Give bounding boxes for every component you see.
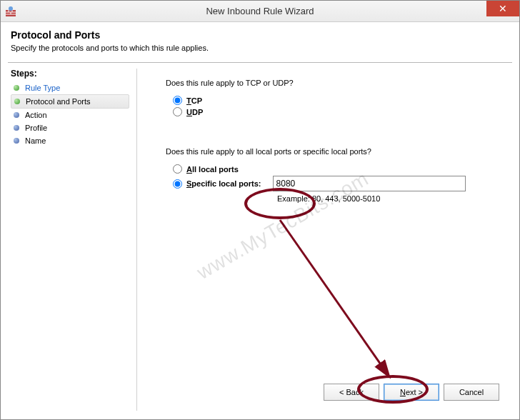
svg-line-7 xyxy=(280,220,387,374)
wizard-header: Protocol and Ports Specify the protocols… xyxy=(1,22,519,58)
cancel-button[interactable]: Cancel xyxy=(444,384,499,401)
radio-specific-ports[interactable] xyxy=(173,179,182,189)
port-input[interactable] xyxy=(273,176,466,191)
radio-row-udp: UDP xyxy=(173,107,498,116)
sidebar-item-label: Profile xyxy=(25,124,47,132)
next-button[interactable]: Next > xyxy=(384,384,439,401)
sidebar-item-label: Protocol and Ports xyxy=(26,97,91,106)
steps-label: Steps: xyxy=(11,69,129,79)
radio-row-tcp: TCP xyxy=(173,96,498,105)
radio-tcp-label[interactable]: TCP xyxy=(186,96,202,105)
close-button[interactable]: ✕ xyxy=(486,1,519,16)
button-bar: < Back Next > Cancel xyxy=(324,384,499,401)
window-title: New Inbound Rule Wizard xyxy=(1,6,519,16)
sidebar-item-label: Action xyxy=(25,111,47,119)
protocol-question: Does this rule apply to TCP or UDP? xyxy=(166,79,498,87)
back-button[interactable]: < Back xyxy=(324,384,379,401)
sidebar-item-action[interactable]: Action xyxy=(11,109,129,121)
annotation-arrow xyxy=(273,213,416,384)
radio-udp[interactable] xyxy=(173,107,182,116)
radio-udp-label[interactable]: UDP xyxy=(186,108,203,116)
sidebar-item-protocol-ports[interactable]: Protocol and Ports xyxy=(11,94,129,109)
step-bullet-icon xyxy=(14,99,20,104)
radio-tcp[interactable] xyxy=(173,96,182,105)
close-icon: ✕ xyxy=(499,4,507,14)
step-bullet-icon xyxy=(14,125,19,131)
sidebar-item-name[interactable]: Name xyxy=(11,134,129,147)
sidebar-item-label: Rule Type xyxy=(25,84,60,92)
sidebar-item-label: Name xyxy=(25,136,46,145)
step-bullet-icon xyxy=(14,112,19,118)
port-example-text: Example: 80, 443, 5000-5010 xyxy=(277,194,498,203)
sidebar-item-rule-type[interactable]: Rule Type xyxy=(11,81,129,94)
title-bar: New Inbound Rule Wizard ✕ xyxy=(1,1,519,22)
step-bullet-icon xyxy=(14,138,19,144)
step-bullet-icon xyxy=(14,85,19,91)
sidebar-item-profile[interactable]: Profile xyxy=(11,121,129,134)
radio-all-ports-label[interactable]: All local ports xyxy=(186,165,239,174)
wizard-content: Does this rule apply to TCP or UDP? TCP … xyxy=(137,63,519,416)
annotation-ellipse-port xyxy=(244,188,316,219)
radio-row-all-ports: All local ports xyxy=(173,164,498,174)
steps-sidebar: Steps: Rule Type Protocol and Ports Acti… xyxy=(1,63,136,416)
page-title: Protocol and Ports xyxy=(11,29,509,41)
radio-row-specific-ports: Specific local ports: xyxy=(173,176,498,191)
page-subtitle: Specify the protocols and ports to which… xyxy=(11,44,509,52)
ports-question: Does this rule apply to all local ports … xyxy=(166,147,498,156)
radio-specific-ports-label[interactable]: Specific local ports: xyxy=(186,179,261,188)
radio-all-ports[interactable] xyxy=(173,164,182,174)
